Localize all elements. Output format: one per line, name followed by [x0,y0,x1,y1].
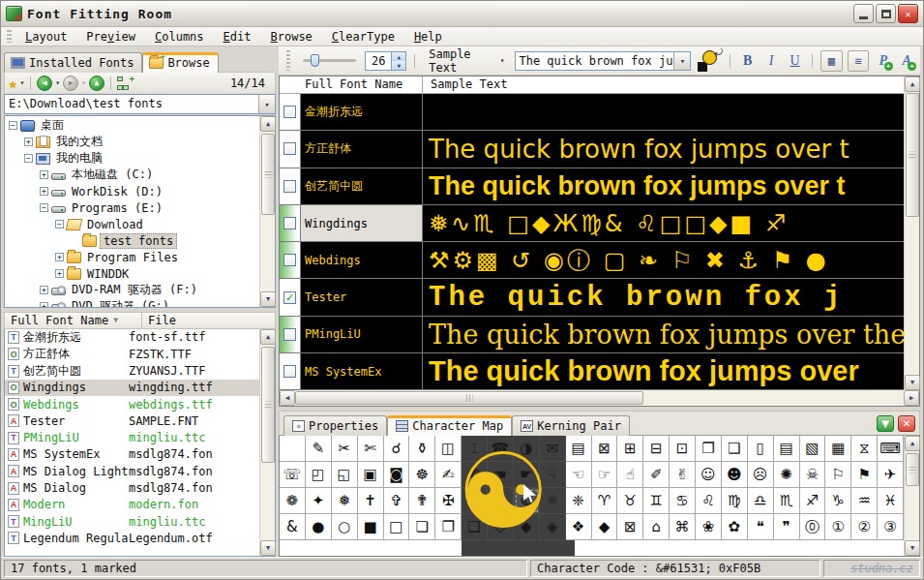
scroll-up-icon[interactable]: ▲ [905,76,920,92]
expand-icon[interactable]: + [55,269,64,278]
font-row-Tester[interactable]: ATesterSAMPLE.FNT [5,412,259,429]
up-button[interactable]: ▲ [89,76,104,91]
font-checkbox[interactable] [283,328,296,341]
spin-down-icon[interactable]: ▼ [392,61,405,70]
tree-item-Programs-(E:)[interactable]: −Programs (E:) [5,199,259,216]
font-row-MS-Dialog[interactable]: AMS Dialogmsdlg874.fon [5,479,259,496]
preview-row-Tester[interactable]: ✓TesterThe quick brown fox j [280,279,904,316]
glyph-cell[interactable]: ♓ [878,488,904,514]
glyph-cell[interactable]: ◱ [332,462,358,488]
expand-icon[interactable]: + [40,286,48,294]
preview-font-name[interactable]: 金潮折东远 [301,94,423,130]
spin-up-icon[interactable]: ▲ [392,52,405,61]
scroll-down-icon[interactable]: ▼ [260,540,276,556]
expand-icon[interactable]: + [40,170,48,179]
scroll-thumb[interactable] [906,453,919,486]
preview-font-name[interactable]: Wingdings [301,205,423,241]
glyph-cell[interactable]: □ [384,514,410,540]
glyph-cell[interactable]: ♐ [800,488,826,514]
bold-button[interactable]: B [738,50,757,72]
glyph-cell[interactable]: ■ [358,514,384,540]
glyph-cell[interactable]: ☺ [696,462,722,488]
font-list-scrollbar[interactable]: ▲ ▼ [259,329,275,556]
glyph-cell[interactable]: ♒ [851,488,878,514]
glyph-cell[interactable]: ⚑ [851,462,878,488]
add-typeface-button[interactable]: P+ [874,50,892,72]
tab-browse[interactable]: Browse [142,52,218,73]
tree-item-DVD-驱动器-(G:)[interactable]: +DVD 驱动器 (G:) [5,298,259,307]
tree-item-WorkDisk-(D:)[interactable]: +WorkDisk (D:) [5,183,259,199]
tree-item-DVD-RAM-驱动器-(F:)[interactable]: +DVD-RAM 驱动器 (F:) [5,282,259,298]
charmap-scrollbar[interactable]: ▲ ▼ [904,436,919,556]
font-row-MingLiU[interactable]: TMingLiUmingliu.ttc [5,513,259,530]
scroll-down-icon[interactable]: ▼ [905,540,920,556]
preview-row-PMingLiU[interactable]: PMingLiUThe quick brown fox jumps over t… [280,317,904,353]
sample-text-combobox[interactable]: The quick brown fox jumps over ▾ [515,51,691,71]
glyph-cell[interactable]: ♌ [696,488,722,514]
font-row-PMingLiU[interactable]: TPMingLiUmingliu.ttc [5,430,259,446]
glyph-cell[interactable]: ● [306,514,332,540]
glyph-cell[interactable]: ③ [878,514,904,540]
preview-row-Webdings[interactable]: Webdings⚒⚙▩ ↺ ◉ⓘ ▢ ❧ ⚐ ✖ ⚓ ⚑ ● [280,242,904,279]
glyph-cell[interactable]: ▤ [774,436,800,462]
forward-button[interactable]: ▶ [63,76,78,91]
preview-h-scrollbar[interactable]: ◀ ▶ [279,390,920,407]
glyph-cell[interactable]: ♈ [592,488,618,514]
column-file[interactable]: File [142,313,275,328]
glyph-cell[interactable]: ☹ [748,462,774,488]
font-row-创艺简中圆[interactable]: T创艺简中圆ZYUANSJ.TTF [5,362,259,379]
font-size-value[interactable]: 26 [366,52,391,70]
glyph-cell[interactable]: ♉ [617,488,643,514]
glyph-cell[interactable]: ❈ [566,488,592,514]
tree-item-桌面[interactable]: −桌面 [5,117,259,134]
font-checkbox[interactable] [283,365,296,378]
expand-icon[interactable]: + [55,253,64,261]
menu-browse[interactable]: Browse [260,28,321,46]
glyph-cell[interactable]: ♋ [670,488,696,514]
tab-installed-fonts[interactable]: Installed Fonts [4,52,142,73]
tree-scrollbar[interactable]: ▲ ▼ [259,116,275,307]
minimize-button[interactable] [853,4,874,23]
glyph-cell[interactable]: ☞ [592,462,618,488]
apply-install-button[interactable]: ▼ [877,415,894,432]
menu-layout[interactable]: Layout [15,28,76,46]
preview-column-sample[interactable]: Sample Text [423,76,904,93]
scroll-left-icon[interactable]: ◀ [280,390,295,406]
glyph-cell[interactable]: ✂ [332,436,358,462]
glyph-cell[interactable]: ▧ [800,436,826,462]
maximize-button[interactable] [876,4,896,23]
glyph-cell[interactable]: ❏ [722,436,748,462]
tree-item-本地磁盘-(C:)[interactable]: +本地磁盘 (C:) [5,167,259,183]
glyph-cell[interactable]: ▤ [566,436,592,462]
scroll-up-icon[interactable]: ▲ [260,116,276,132]
glyph-cell[interactable]: ☠ [800,462,826,488]
scroll-up-icon[interactable]: ▲ [260,329,276,345]
expand-icon[interactable]: + [24,137,33,146]
scroll-thumb[interactable] [261,134,275,215]
scroll-down-icon[interactable]: ▼ [905,375,920,390]
glyph-cell[interactable]: ☜ [566,462,592,488]
underline-button[interactable]: U [786,50,804,72]
tree-item-我的电脑[interactable]: −我的电脑 [5,150,259,167]
glyph-cell[interactable]: ⊡ [670,436,696,462]
glyph-cell[interactable]: ✝ [358,488,384,514]
preview-font-name[interactable]: MS SystemEx [301,353,423,389]
expand-icon[interactable]: + [40,187,48,196]
menu-help[interactable]: Help [404,28,452,46]
glyph-cell[interactable]: ⌘ [670,514,696,540]
glyph-cell[interactable]: ▯ [748,436,774,462]
font-checkbox[interactable]: ✓ [283,291,296,304]
glyph-cell[interactable]: ✿ [722,514,748,540]
scroll-up-icon[interactable]: ▲ [905,436,920,451]
list-view-button[interactable]: ≡ [848,50,869,72]
glyph-cell[interactable]: ☌ [384,436,410,462]
add-font-button[interactable]: A+ [898,50,916,72]
preview-scrollbar[interactable]: ▲ ▼ [904,76,919,390]
close-panel-button[interactable]: ✕ [898,415,915,432]
sample-combo-dropdown-icon[interactable]: ▾ [673,52,690,70]
glyph-cell[interactable]: ⌂ [643,514,670,540]
glyph-cell[interactable]: ⚐ [825,462,851,488]
glyph-cell[interactable]: ① [825,514,851,540]
scroll-thumb[interactable] [906,93,919,217]
back-dropdown-icon[interactable]: ▾ [55,78,60,87]
